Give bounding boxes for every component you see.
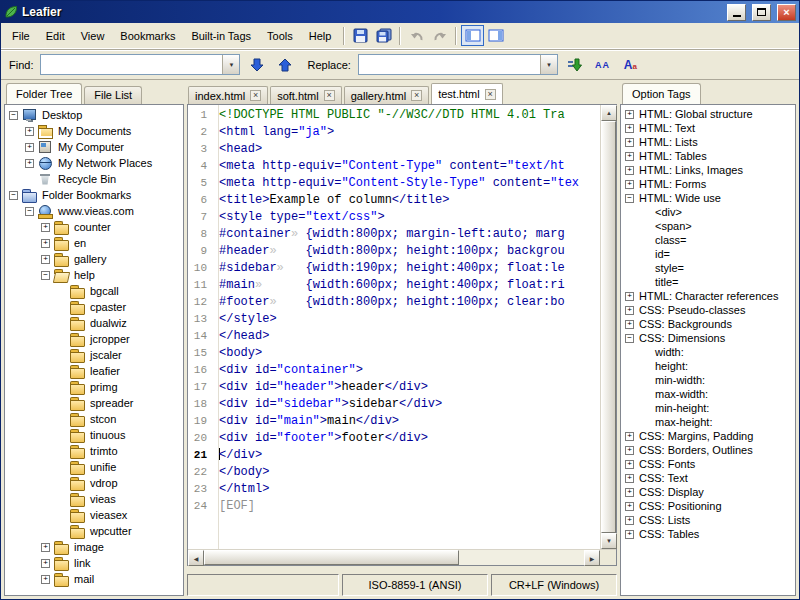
code-line[interactable]: 20<div id="footer">footer</div> [188,430,600,447]
code-line[interactable]: 23</html> [188,481,600,498]
tree-item-my-computer[interactable]: +My Computer [5,139,183,155]
menu-file[interactable]: File [4,26,38,46]
code-line[interactable]: 14</head> [188,328,600,345]
tree-item-stcon[interactable]: stcon [5,411,183,427]
tree-item-my-documents[interactable]: +My Documents [5,123,183,139]
tree-item-html-forms[interactable]: +HTML: Forms [621,177,795,191]
tree-item-recycle-bin[interactable]: Recycle Bin [5,171,183,187]
expand-icon[interactable]: + [25,159,34,168]
expand-icon[interactable]: + [41,575,50,584]
menu-bookmarks[interactable]: Bookmarks [112,26,183,46]
minimize-button[interactable] [727,4,746,21]
expand-icon[interactable]: + [25,127,34,136]
tree-item-jcropper[interactable]: jcropper [5,331,183,347]
editor-tab-test-html[interactable]: test.html× [431,83,503,104]
code-line[interactable]: 13</style> [188,311,600,328]
tree-item-desktop[interactable]: −Desktop [5,107,183,123]
tree-item-css-display[interactable]: +CSS: Display [621,485,795,499]
code-line[interactable]: 1<!DOCTYPE HTML PUBLIC "-//W3C//DTD HTML… [188,107,600,124]
tree-item-folder-bookmarks[interactable]: −Folder Bookmarks [5,187,183,203]
replace-dropdown-button[interactable]: ▼ [540,55,557,74]
tree-item-max-width[interactable]: max-width: [621,387,795,401]
scroll-left-button[interactable]: ◀ [188,550,204,566]
tree-item-div[interactable]: <div> [621,205,795,219]
find-previous-button[interactable] [273,54,296,75]
tree-item-vieasex[interactable]: vieasex [5,507,183,523]
code-line[interactable]: 21</div> [188,447,600,464]
close-tab-icon[interactable]: × [324,90,335,101]
tree-item-html-text[interactable]: +HTML: Text [621,121,795,135]
expand-icon[interactable]: + [625,502,634,511]
tree-item-vdrop[interactable]: vdrop [5,475,183,491]
replace-all-button[interactable]: AA [591,54,614,75]
expand-icon[interactable]: + [41,559,50,568]
tab-folder-tree[interactable]: Folder Tree [6,83,82,104]
code-line[interactable]: 22</body> [188,464,600,481]
tree-item-html-global-structure[interactable]: +HTML: Global structure [621,107,795,121]
tree-item-class[interactable]: class= [621,233,795,247]
close-tab-icon[interactable]: × [485,89,496,100]
tree-item-counter[interactable]: +counter [5,219,183,235]
expand-icon[interactable]: + [625,320,634,329]
code-line[interactable]: 12#footer» {width:800px; height:100px; c… [188,294,600,311]
tree-item-css-margins-padding[interactable]: +CSS: Margins, Padding [621,429,795,443]
expand-icon[interactable]: + [41,543,50,552]
code-line[interactable]: 7<style type="text/css"> [188,209,600,226]
editor-tab-soft-html[interactable]: soft.html× [270,86,342,104]
expand-icon[interactable]: + [625,138,634,147]
tree-item-css-pseudo-classes[interactable]: +CSS: Pseudo-classes [621,303,795,317]
expand-icon[interactable]: + [625,124,634,133]
tree-item-en[interactable]: +en [5,235,183,251]
scroll-down-button[interactable]: ▼ [601,533,617,549]
code-line[interactable]: 10#sidebar» {width:190px; height:400px; … [188,260,600,277]
expand-icon[interactable]: + [625,292,634,301]
find-next-button[interactable] [245,54,268,75]
code-area[interactable]: 1<!DOCTYPE HTML PUBLIC "-//W3C//DTD HTML… [188,105,600,549]
tree-item-image[interactable]: +image [5,539,183,555]
tree-item-css-borders-outlines[interactable]: +CSS: Borders, Outlines [621,443,795,457]
code-line[interactable]: 24[EOF] [188,498,600,515]
menu-edit[interactable]: Edit [38,26,73,46]
tree-item-mail[interactable]: +mail [5,571,183,587]
vertical-scrollbar[interactable]: ▲ ▼ [600,105,616,549]
tree-item-html-wide-use[interactable]: −HTML: Wide use [621,191,795,205]
tree-item-span[interactable]: <span> [621,219,795,233]
expand-icon[interactable]: + [625,474,634,483]
expand-icon[interactable]: + [41,255,50,264]
scroll-right-button[interactable]: ▶ [584,550,600,566]
code-line[interactable]: 16<div id="container"> [188,362,600,379]
expand-icon[interactable]: + [625,166,634,175]
tree-item-css-tables[interactable]: +CSS: Tables [621,527,795,541]
code-line[interactable]: 17<div id="header">header</div> [188,379,600,396]
close-tab-icon[interactable]: × [411,90,422,101]
tree-item-vieas[interactable]: vieas [5,491,183,507]
tree-item-link[interactable]: +link [5,555,183,571]
expand-icon[interactable]: + [625,488,634,497]
expand-icon[interactable]: + [625,446,634,455]
tree-item-help[interactable]: −help [5,267,183,283]
tree-item-css-backgrounds[interactable]: +CSS: Backgrounds [621,317,795,331]
tree-item-html-links-images[interactable]: +HTML: Links, Images [621,163,795,177]
tree-item-max-height[interactable]: max-height: [621,415,795,429]
tree-item-title[interactable]: title= [621,275,795,289]
tree-item-css-fonts[interactable]: +CSS: Fonts [621,457,795,471]
scroll-up-button[interactable]: ▲ [601,105,617,121]
replace-next-button[interactable] [563,54,586,75]
tree-item-dualwiz[interactable]: dualwiz [5,315,183,331]
code-line[interactable]: 6<title>Example of column</title> [188,192,600,209]
collapse-icon[interactable]: − [9,191,18,200]
find-input[interactable] [41,55,222,74]
horizontal-scrollbar[interactable]: ◀ ▶ [188,550,600,565]
menu-built-in-tags[interactable]: Built-in Tags [183,26,259,46]
tree-item-wpcutter[interactable]: wpcutter [5,523,183,539]
undo-button[interactable] [405,25,428,46]
code-line[interactable]: 5<meta http-equiv="Content-Style-Type" c… [188,175,600,192]
tree-item-jscaler[interactable]: jscaler [5,347,183,363]
tree-item-min-width[interactable]: min-width: [621,373,795,387]
expand-icon[interactable]: + [625,152,634,161]
tree-item-www-vieas-com[interactable]: −www.vieas.com [5,203,183,219]
tree-item-css-positioning[interactable]: +CSS: Positioning [621,499,795,513]
collapse-icon[interactable]: − [625,334,634,343]
tab-option-tags[interactable]: Option Tags [622,83,701,104]
tree-item-css-lists[interactable]: +CSS: Lists [621,513,795,527]
